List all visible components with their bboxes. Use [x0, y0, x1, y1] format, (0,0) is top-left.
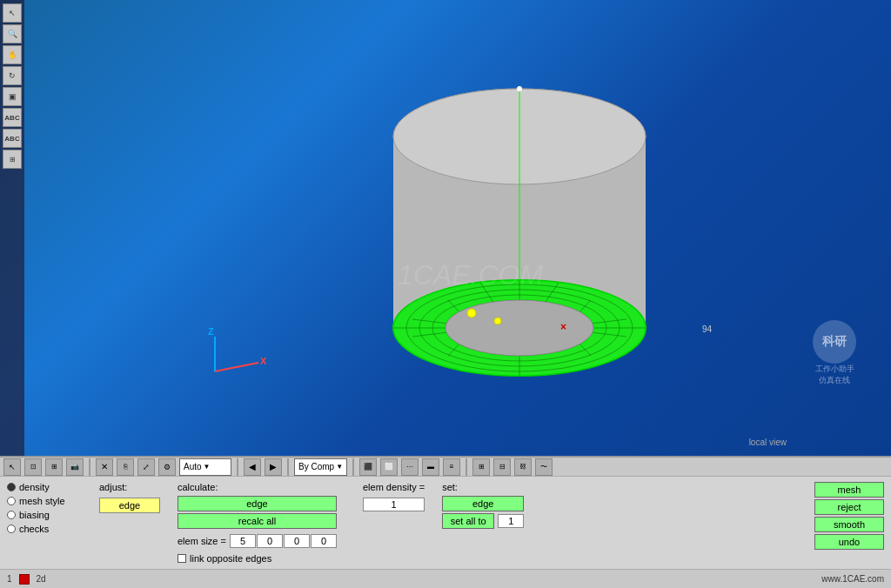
svg-text:1CAE.COM: 1CAE.COM [398, 259, 543, 291]
link-opposite-row: link opposite edges [178, 553, 337, 564]
icon-delete[interactable]: ✕ [96, 458, 113, 476]
status-website: www.1CAE.com [821, 574, 884, 584]
tool-pan[interactable]: ✋ [3, 45, 22, 64]
elem-val-1[interactable]: 0 [257, 534, 283, 548]
svg-line-35 [215, 363, 258, 371]
separator-4 [352, 458, 354, 476]
icon-settings[interactable]: ⚙ [158, 458, 176, 476]
separator-5 [466, 458, 467, 476]
svg-text:×: × [560, 321, 566, 333]
radio-biasing-circle [7, 511, 16, 519]
calculate-section: calculate: edge recalc all elem size = 5… [178, 482, 337, 564]
reject-button[interactable]: reject [814, 499, 884, 515]
set-label: set: [442, 482, 524, 492]
icon-more[interactable]: ≡ [443, 458, 460, 476]
toolbar-controls-row: density mesh style biasing checks adjust… [0, 477, 891, 569]
action-buttons-section: mesh reject smooth undo [814, 482, 884, 550]
elem-density-section: elem density = 1 [363, 482, 425, 511]
page-number: 1 [7, 574, 12, 584]
left-toolbar: ↖ 🔍 ✋ ↻ ▣ ABC ABC ⊞ [0, 0, 24, 456]
radio-density-circle [7, 483, 16, 491]
svg-point-31 [517, 86, 522, 91]
icon-chain[interactable]: ⛓ [514, 458, 532, 476]
cylinder-svg: × 94 Z X 1CAE.COM [154, 23, 763, 432]
set-all-btn[interactable]: set all to [442, 513, 494, 529]
status-bar: 1 2d www.1CAE.com [0, 569, 891, 588]
elem-density-value[interactable]: 1 [363, 498, 425, 511]
radio-checks[interactable]: checks [7, 524, 85, 534]
main-container: ↖ 🔍 ✋ ↻ ▣ ABC ABC ⊞ [0, 0, 891, 588]
elem-val-0[interactable]: 5 [230, 534, 256, 548]
radio-checks-label: checks [19, 524, 49, 534]
tool-zoom[interactable]: 🔍 [3, 24, 22, 43]
icon-copy[interactable]: ⎘ [117, 458, 134, 476]
local-view-label: local view [749, 438, 787, 447]
icon-cube2[interactable]: ⬜ [380, 458, 398, 476]
svg-text:X: X [260, 356, 267, 366]
icon-curve[interactable]: 〜 [535, 458, 553, 476]
icon-camera[interactable]: 📷 [66, 458, 84, 476]
bottom-toolbar: ↖ ⊡ ⊞ 📷 ✕ ⎘ ⤢ ⚙ Auto ▼ ◀ ▶ By Comp ▼ ⬛ ⬜ [0, 456, 891, 569]
calculate-edge-btn[interactable]: edge [178, 496, 337, 511]
tool-select[interactable]: ▣ [3, 87, 22, 106]
set-all-row: set all to 1 [442, 513, 524, 529]
elem-size-row: elem size = 5 0 0 0 [178, 534, 337, 548]
radio-mesh-style[interactable]: mesh style [7, 496, 85, 506]
logo-circle: 科研 [813, 320, 856, 364]
elem-size-label: elem size = [178, 536, 226, 546]
set-section: set: edge set all to 1 [442, 482, 524, 529]
elem-val-3[interactable]: 0 [311, 534, 337, 548]
bycomp-dropdown[interactable]: By Comp ▼ [294, 458, 347, 476]
calculate-recalc-btn[interactable]: recalc all [178, 513, 337, 529]
radio-biasing-label: biasing [19, 510, 50, 520]
separator-1 [89, 458, 90, 476]
svg-point-30 [494, 317, 501, 324]
separator-3 [287, 458, 289, 476]
icon-flat[interactable]: ▬ [422, 458, 439, 476]
radio-density[interactable]: density [7, 482, 85, 492]
elem-val-2[interactable]: 0 [284, 534, 310, 548]
icon-cube1[interactable]: ⬛ [359, 458, 377, 476]
tool-rotate[interactable]: ↻ [3, 66, 22, 85]
logo-text-2: 仿真在线 [819, 375, 850, 386]
svg-text:Z: Z [208, 326, 214, 337]
status-red-indicator [19, 574, 30, 585]
tool-abc2[interactable]: ABC [3, 129, 22, 148]
auto-label: Auto [184, 462, 202, 471]
icon-arrow-left[interactable]: ◀ [244, 458, 261, 476]
status-mode: 2d [37, 574, 46, 584]
3d-scene: × 94 Z X 1CAE.COM [26, 0, 891, 456]
radio-section: density mesh style biasing checks [7, 482, 85, 534]
adjust-value[interactable]: edge [99, 498, 160, 513]
adjust-label: adjust: [99, 482, 160, 492]
separator-2 [237, 458, 238, 476]
icon-arrow-right[interactable]: ▶ [265, 458, 282, 476]
tool-extra[interactable]: ⊞ [3, 150, 22, 169]
adjust-section: adjust: edge [99, 482, 160, 513]
elem-density-label: elem density = [363, 482, 425, 492]
tool-pointer[interactable]: ↖ [3, 3, 22, 23]
icon-zoom-fit[interactable]: ⊡ [24, 458, 42, 476]
tool-abc1[interactable]: ABC [3, 108, 22, 127]
smooth-button[interactable]: smooth [814, 517, 884, 532]
toolbar-icon-row: ↖ ⊡ ⊞ 📷 ✕ ⎘ ⤢ ⚙ Auto ▼ ◀ ▶ By Comp ▼ ⬛ ⬜ [0, 458, 891, 477]
icon-zoom-box[interactable]: ⊞ [45, 458, 63, 476]
elem-size-values: 5 0 0 0 [230, 534, 337, 548]
mesh-button[interactable]: mesh [814, 482, 884, 498]
auto-dropdown[interactable]: Auto ▼ [179, 458, 231, 476]
auto-arrow: ▼ [204, 463, 211, 471]
undo-button[interactable]: undo [814, 534, 884, 550]
radio-density-label: density [19, 482, 50, 492]
icon-grid2[interactable]: ⊟ [493, 458, 511, 476]
viewport: ↖ 🔍 ✋ ↻ ▣ ABC ABC ⊞ [0, 0, 891, 456]
calculate-label: calculate: [178, 482, 337, 492]
link-opposite-checkbox[interactable] [178, 554, 186, 563]
set-all-value[interactable]: 1 [498, 514, 524, 528]
icon-move[interactable]: ⤢ [137, 458, 155, 476]
set-edge-btn[interactable]: edge [442, 496, 524, 511]
radio-biasing[interactable]: biasing [7, 510, 85, 520]
icon-pointer[interactable]: ↖ [3, 458, 21, 476]
icon-dots[interactable]: ⋯ [401, 458, 419, 476]
radio-mesh-label: mesh style [19, 496, 65, 506]
icon-grid1[interactable]: ⊞ [472, 458, 490, 476]
